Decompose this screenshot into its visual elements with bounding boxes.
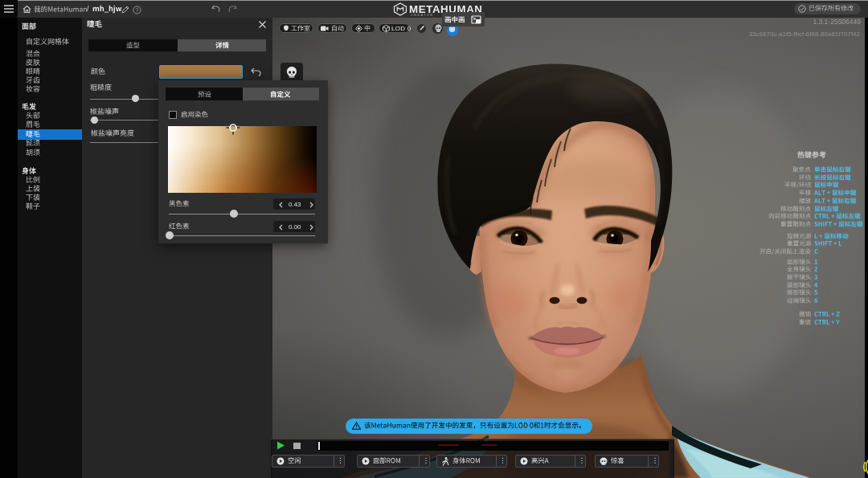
svg-text:?: ? — [136, 7, 139, 13]
